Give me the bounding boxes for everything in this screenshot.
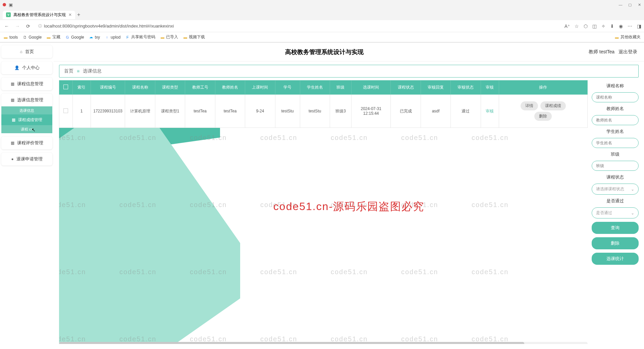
filter-pass-select[interactable]: 是否通过⌄ xyxy=(592,207,639,218)
chevron-down-icon: ⌄ xyxy=(631,211,634,215)
user-icon: 👤 xyxy=(14,65,19,70)
text-size-icon[interactable]: A⁺ xyxy=(565,23,570,29)
breadcrumb-home[interactable]: 首页 xyxy=(64,68,73,74)
extension-icon[interactable]: ⬡ xyxy=(584,23,588,29)
th-coursestatus: 课程状态 xyxy=(391,81,421,95)
table-row: 1 1722399313103 计算机原理 课程类型1 testTea test… xyxy=(59,95,588,128)
th-audit: 审核 xyxy=(481,81,499,95)
new-tab-button[interactable]: + xyxy=(77,12,80,18)
bookmark-uplod[interactable]: ↑uplod xyxy=(105,35,120,40)
reader-icon[interactable]: ◉ xyxy=(619,23,623,29)
sidebar-select-sub[interactable]: 选课信息 xyxy=(1,106,52,114)
sidebar-select-info[interactable]: ▦选课信息管理 xyxy=(1,94,52,106)
cell-auditreply: asdf xyxy=(421,95,450,128)
user-label[interactable]: 教师 testTea xyxy=(589,49,614,55)
row-checkbox[interactable] xyxy=(63,108,68,113)
detail-button[interactable]: 详情 xyxy=(521,101,538,110)
th-classtime: 上课时间 xyxy=(245,81,275,95)
url-box[interactable]: ⓘ localhost:8080/springbootvv4e9/admin/d… xyxy=(35,22,562,30)
sidebar-personal[interactable]: 👤个人中心 xyxy=(1,61,52,74)
th-courseno: 课程编号 xyxy=(91,81,125,95)
filter-teacher-input[interactable] xyxy=(592,115,639,125)
folder-icon: ▬ xyxy=(183,35,187,40)
close-icon[interactable]: ✕ xyxy=(637,3,641,7)
filter-course-label: 课程名称 xyxy=(592,83,639,89)
delete-button[interactable]: 删除 xyxy=(592,237,639,249)
cell-index: 1 xyxy=(72,95,91,128)
scrollbar-thumb[interactable] xyxy=(59,342,524,344)
app-root: ⌂首页 👤个人中心 ▦课程信息管理 ▦选课信息管理 选课信息 ▦课程成绩管理 课… xyxy=(0,43,644,349)
sidebar-course-info[interactable]: ▦课程信息管理 xyxy=(1,78,52,90)
cell-class: 班级3 xyxy=(330,95,351,128)
th-studentname: 学生姓名 xyxy=(300,81,330,95)
sidebar-icon[interactable]: ◨ xyxy=(637,23,641,29)
query-button[interactable]: 查询 xyxy=(592,222,639,234)
logout-link[interactable]: 退出登录 xyxy=(619,49,637,55)
filter-student-input[interactable] xyxy=(592,138,639,148)
forward-button[interactable]: → xyxy=(13,22,21,30)
filter-course-input[interactable] xyxy=(592,92,639,102)
table-h-scrollbar[interactable] xyxy=(59,342,588,344)
audit-link[interactable]: 审核 xyxy=(486,109,494,113)
tab-bar: V 高校教务管理系统设计与实现 ✕ + xyxy=(0,9,644,20)
sidebar-home[interactable]: ⌂首页 xyxy=(1,45,52,58)
checkbox-all[interactable] xyxy=(63,85,68,89)
browser-tab[interactable]: V 高校教务管理系统设计与实现 ✕ xyxy=(3,11,75,19)
address-bar: ← → ⟳ ⓘ localhost:8080/springbootvv4e9/a… xyxy=(0,20,644,32)
bookmark-tools[interactable]: ▬tools xyxy=(3,35,18,40)
bookmark-txy[interactable]: ☁txy xyxy=(89,35,100,40)
folder-icon: ▬ xyxy=(614,35,619,40)
grid-icon: ▦ xyxy=(11,98,14,102)
tab-close-icon[interactable]: ✕ xyxy=(68,12,72,17)
info-icon: ⓘ xyxy=(38,23,42,29)
sidebar-grade-mgmt[interactable]: ▦课程成绩管理 xyxy=(1,114,52,125)
row-delete-button[interactable]: 删除 xyxy=(534,112,552,121)
filter-class-label: 班级 xyxy=(592,151,639,157)
vue-icon: V xyxy=(6,12,11,17)
bookmark-import[interactable]: ▬已导入 xyxy=(160,34,178,40)
bookmark-other[interactable]: ▬其他收藏夹 xyxy=(614,34,641,40)
grade-button[interactable]: 课程成绩 xyxy=(540,101,566,110)
back-button[interactable]: ← xyxy=(3,22,11,30)
th-selecttime: 选课时间 xyxy=(352,81,391,95)
th-class: 班级 xyxy=(330,81,351,95)
cell-studentname: testStu xyxy=(300,95,330,128)
cursor-icon: ↖ xyxy=(32,127,36,133)
bookmark-bar: ▬tools 🗋Google ▬宝藏 GGoogle ☁txy ↑uplod F… xyxy=(0,32,644,42)
tab-title: 高校教务管理系统设计与实现 xyxy=(13,12,66,18)
sidebar: ⌂首页 👤个人中心 ▦课程信息管理 ▦选课信息管理 选课信息 ▦课程成绩管理 课… xyxy=(0,43,54,349)
folder-icon: ▬ xyxy=(3,35,8,40)
cell-coursetype: 课程类型1 xyxy=(155,95,185,128)
filter-status-select[interactable]: 请选择课程状态⌄ xyxy=(592,184,639,195)
table-zone: 索引 课程编号 课程名称 课程类型 教师工号 教师姓名 上课时间 学号 学生姓名… xyxy=(59,80,588,344)
maximize-icon[interactable]: ▢ xyxy=(628,3,632,7)
cell-teacherid: testTea xyxy=(185,95,215,128)
bookmark-video[interactable]: ▬视频下载 xyxy=(183,34,205,40)
home-icon: ⌂ xyxy=(20,49,22,54)
th-studentid: 学号 xyxy=(275,81,300,95)
filter-class-input[interactable] xyxy=(592,161,639,171)
sidebar-drop-apply[interactable]: ●退课申请管理 xyxy=(1,153,52,165)
download-icon[interactable]: ⬇ xyxy=(610,23,614,29)
more-icon[interactable]: ⋯ xyxy=(628,23,632,29)
collections-icon[interactable]: ✧ xyxy=(601,23,605,29)
filter-panel: 课程名称 教师姓名 学生姓名 班级 课程状态 请选择课程状态⌄ 是否通过 是否通… xyxy=(592,80,639,344)
bookmark-google[interactable]: 🗋Google xyxy=(22,35,42,40)
reload-button[interactable]: ⟳ xyxy=(24,22,32,30)
upload-icon: ↑ xyxy=(105,35,109,40)
stat-button[interactable]: 选课统计 xyxy=(592,253,639,265)
bookmark-baozang[interactable]: ▬宝藏 xyxy=(46,34,60,40)
split-icon[interactable]: ◫ xyxy=(592,23,597,29)
cloud-icon: ☁ xyxy=(89,35,94,40)
th-teacherid: 教师工号 xyxy=(185,81,215,95)
sidebar-course-eval[interactable]: ▦课程评价管理 xyxy=(1,137,52,149)
th-checkbox[interactable] xyxy=(59,81,73,95)
tabs-icon[interactable]: ▣ xyxy=(9,2,13,7)
bookmark-share[interactable]: F共享账号密码 xyxy=(125,34,155,40)
filter-status-label: 课程状态 xyxy=(592,174,639,180)
bookmark-google2[interactable]: GGoogle xyxy=(65,35,84,40)
favorite-icon[interactable]: ☆ xyxy=(575,23,579,29)
sidebar-sub-dim[interactable]: 课程 cn↖ xyxy=(1,125,52,133)
minimize-icon[interactable]: — xyxy=(619,3,623,7)
profile-icon[interactable] xyxy=(3,3,6,6)
